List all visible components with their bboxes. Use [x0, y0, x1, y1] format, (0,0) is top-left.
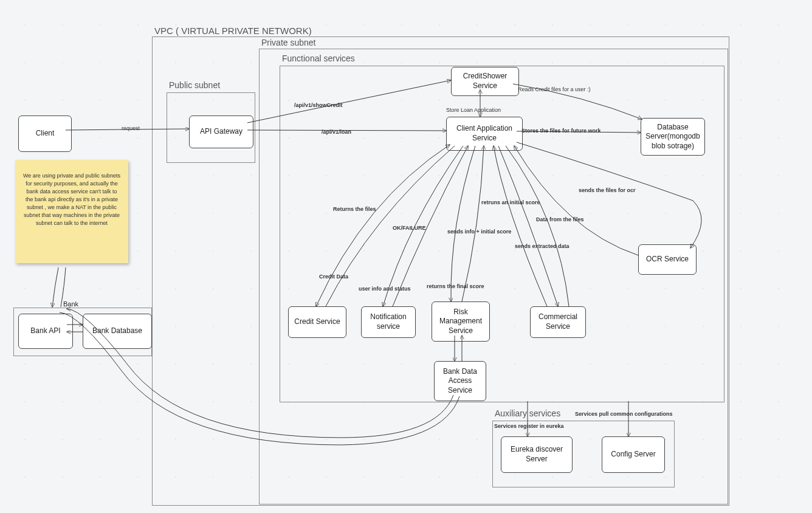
- node-eureka[interactable]: Eureka discover Server: [501, 436, 573, 473]
- node-notif[interactable]: Notification service: [361, 306, 416, 338]
- node-credit[interactable]: Credit Service: [288, 306, 346, 338]
- label-user-info: user info and status: [359, 286, 411, 292]
- node-bank-api[interactable]: Bank API: [18, 314, 73, 349]
- node-risk[interactable]: Risk Management Service: [432, 301, 490, 342]
- vpc-title: VPC ( VIRTUAL PRIVATE NETWORK): [154, 26, 312, 36]
- label-pull-cfg: Services pull common configurations: [575, 411, 673, 417]
- private-title: Private subnet: [261, 38, 316, 47]
- aux-title: Auxiliary services: [495, 408, 560, 418]
- node-db[interactable]: Database Server(mongodb blob sotrage): [641, 118, 705, 156]
- label-okfail: OK/FAILURE: [393, 225, 426, 231]
- node-api-gateway[interactable]: API Gateway: [189, 115, 253, 148]
- label-final-score: returns the final score: [427, 283, 484, 289]
- label-request: request: [122, 125, 140, 131]
- label-sends-extracted: sends extracted data: [515, 243, 569, 249]
- node-bank-db[interactable]: Bank Database: [83, 314, 152, 349]
- label-loan: /api/v1/loan: [322, 129, 351, 135]
- label-stores: Stores the files for future work: [521, 128, 601, 134]
- node-client-app[interactable]: Client Application Service: [446, 117, 523, 151]
- label-showcredit: /api/v1/showCredit: [294, 102, 343, 108]
- node-config[interactable]: Config Server: [602, 436, 665, 473]
- node-commercial[interactable]: Commercial Service: [530, 306, 586, 338]
- label-returns-files: Returns the files: [333, 206, 376, 212]
- label-store-loan: Store Loan Application: [446, 107, 501, 113]
- label-sends-info: sends info + initial score: [447, 229, 511, 235]
- label-data-files: Data from the files: [536, 216, 584, 222]
- bank-title: Bank: [63, 300, 78, 308]
- node-credit-shower[interactable]: CreditShower Service: [451, 67, 519, 96]
- public-title: Public subnet: [169, 80, 220, 90]
- sticky-note[interactable]: We are using private and public subnets …: [15, 160, 128, 263]
- label-sends-ocr: sends the files for ocr: [579, 187, 636, 193]
- label-reg-eureka: Services register in eureka: [494, 423, 564, 429]
- label-credit-data: Credit Data: [319, 274, 348, 280]
- label-reads: Reads Credit files for a user :): [518, 86, 591, 92]
- functional-title: Functional services: [282, 53, 355, 63]
- label-initial-score: retruns an initial score: [481, 199, 540, 205]
- node-client[interactable]: Client: [18, 115, 72, 152]
- node-bank-access[interactable]: Bank Data Access Service: [434, 361, 486, 401]
- node-ocr[interactable]: OCR Service: [638, 244, 697, 275]
